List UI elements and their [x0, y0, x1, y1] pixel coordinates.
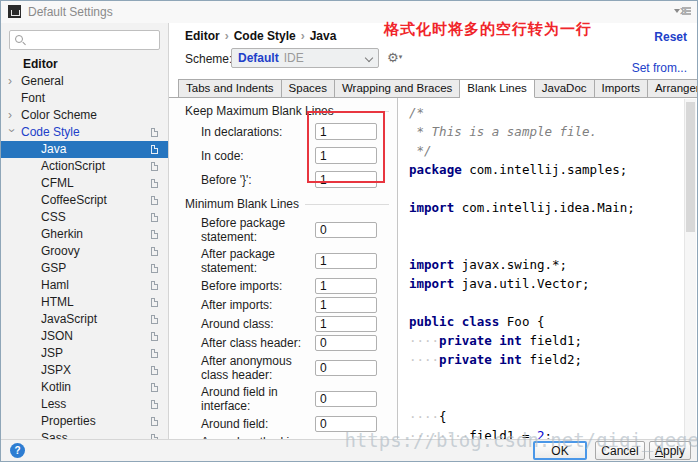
- tab-tabs-and-indents[interactable]: Tabs and Indents: [178, 79, 282, 98]
- tab-imports[interactable]: Imports: [595, 79, 648, 98]
- page-icon: [151, 349, 158, 358]
- sidebar-item-less[interactable]: Less: [1, 396, 168, 413]
- chevron-right-icon[interactable]: ›: [8, 107, 18, 124]
- dialog-footer: ? OK Cancel Apply: [1, 439, 697, 461]
- sidebar-item-json[interactable]: JSON: [1, 328, 168, 345]
- cancel-button[interactable]: Cancel: [595, 441, 645, 460]
- settings-row: After anonymous class header:: [201, 354, 389, 382]
- sidebar-item-actionscript[interactable]: ActionScript: [1, 158, 168, 175]
- settings-input-after-package-statement[interactable]: [315, 253, 377, 269]
- tab-list-icon[interactable]: [674, 6, 692, 16]
- settings-input-after-imports[interactable]: [315, 297, 377, 313]
- breadcrumb-item-code-style[interactable]: Code Style: [234, 29, 296, 43]
- settings-label: In declarations:: [201, 125, 315, 139]
- sidebar-item-cfml[interactable]: CFML: [1, 175, 168, 192]
- settings-label: After imports:: [201, 298, 315, 312]
- tab-wrapping-and-braces[interactable]: Wrapping and Braces: [335, 79, 460, 98]
- page-icon: [151, 281, 158, 290]
- title-bar: Default Settings ×: [1, 1, 697, 23]
- settings-input-after-anonymous-class-header[interactable]: [315, 360, 377, 376]
- code-style-tab-bar: Tabs and IndentsSpacesWrapping and Brace…: [169, 79, 697, 98]
- breadcrumb-item-java[interactable]: Java: [310, 29, 337, 43]
- settings-input-around-field[interactable]: [315, 416, 377, 432]
- blank-lines-settings-panel: Keep Maximum Blank LinesIn declarations:…: [169, 98, 398, 439]
- sidebar-item-groovy[interactable]: Groovy: [1, 243, 168, 260]
- page-icon: [151, 417, 158, 426]
- sidebar-item-kotlin[interactable]: Kotlin: [1, 379, 168, 396]
- sidebar-item-general[interactable]: ›General: [1, 73, 168, 90]
- settings-input-in-code[interactable]: [315, 147, 377, 164]
- sidebar-item-label: General: [21, 74, 64, 88]
- sidebar-item-gherkin[interactable]: Gherkin: [1, 226, 168, 243]
- sidebar-item-gsp[interactable]: GSP: [1, 260, 168, 277]
- code-line: ····private int field1;: [409, 331, 683, 350]
- sidebar-item-haml[interactable]: Haml: [1, 277, 168, 294]
- preview-scrollbar-thumb[interactable]: [686, 102, 695, 232]
- sidebar-item-code-style[interactable]: ›Code Style: [1, 124, 168, 141]
- settings-input-around-field-in-interface[interactable]: [315, 391, 377, 407]
- code-line: import java.util.Vector;: [409, 274, 683, 293]
- code-line: package com.intellij.samples;: [409, 160, 683, 179]
- sidebar-item-label: JSON: [41, 329, 73, 343]
- sidebar-item-properties[interactable]: Properties: [1, 413, 168, 430]
- settings-input-in-declarations[interactable]: [315, 123, 377, 140]
- sidebar-item-coffeescript[interactable]: CoffeeScript: [1, 192, 168, 209]
- settings-input-around-class[interactable]: [315, 316, 377, 332]
- tab-arrangement[interactable]: Arrangement: [648, 79, 698, 98]
- page-icon: [151, 196, 158, 205]
- page-icon: [151, 213, 158, 222]
- breadcrumb-separator: ›: [225, 29, 229, 43]
- help-button[interactable]: ?: [10, 443, 25, 458]
- gear-icon[interactable]: ⚙▾: [387, 50, 402, 65]
- page-icon: [151, 162, 158, 171]
- sidebar-item-javascript[interactable]: JavaScript: [1, 311, 168, 328]
- code-segment: /*: [409, 105, 424, 120]
- sidebar-item-color-scheme[interactable]: ›Color Scheme: [1, 107, 168, 124]
- sidebar-item-label: ActionScript: [41, 159, 105, 173]
- search-input[interactable]: [28, 32, 156, 48]
- settings-input-before-imports[interactable]: [315, 278, 377, 294]
- red-annotation-text: 格式化时将多的空行转为一行: [384, 20, 592, 39]
- code-line: /*: [409, 103, 683, 122]
- sidebar-item-jspx[interactable]: JSPX: [1, 362, 168, 379]
- tab-javadoc[interactable]: JavaDoc: [535, 79, 595, 98]
- sidebar-item-font[interactable]: Font: [1, 90, 168, 107]
- sidebar-item-html[interactable]: HTML: [1, 294, 168, 311]
- sidebar-item-sass[interactable]: Sass: [1, 430, 168, 439]
- sidebar-item-label: Sass: [41, 431, 68, 439]
- group-rows: In declarations:In code:Before '}':: [201, 123, 389, 188]
- chevron-right-icon[interactable]: ›: [8, 73, 18, 90]
- tab-spaces[interactable]: Spaces: [282, 79, 335, 98]
- sidebar-item-label: Less: [41, 397, 66, 411]
- sidebar-item-css[interactable]: CSS: [1, 209, 168, 226]
- sidebar-item-java[interactable]: Java: [1, 141, 168, 158]
- settings-input-before[interactable]: [315, 171, 377, 188]
- sidebar-item-label: Kotlin: [41, 380, 71, 394]
- settings-label: After package statement:: [201, 247, 315, 275]
- sidebar-item-jsp[interactable]: JSP: [1, 345, 168, 362]
- settings-input-before-package-statement[interactable]: [315, 222, 377, 238]
- breadcrumb-item-editor[interactable]: Editor: [185, 29, 220, 43]
- settings-input-after-class-header[interactable]: [315, 335, 377, 351]
- page-icon: [151, 332, 158, 341]
- search-box[interactable]: [9, 30, 160, 50]
- chevron-down-icon[interactable]: ›: [3, 129, 20, 139]
- cancel-button-label: Cancel: [596, 444, 644, 458]
- code-segment: com.intellij.idea.Main;: [454, 200, 635, 215]
- settings-label: After anonymous class header:: [201, 354, 315, 382]
- apply-button[interactable]: Apply: [649, 441, 691, 460]
- breadcrumb-separator: ›: [301, 29, 305, 43]
- page-icon: [151, 230, 158, 239]
- scheme-dropdown[interactable]: DefaultIDE: [231, 48, 379, 68]
- preview-scrollbar[interactable]: [684, 99, 696, 439]
- settings-tree: ›GeneralFont›Color Scheme›Code StyleJava…: [1, 73, 168, 439]
- tab-blank-lines[interactable]: Blank Lines: [460, 79, 534, 98]
- code-segment: ····: [409, 333, 439, 348]
- sidebar-item-label: JSPX: [41, 363, 71, 377]
- ok-button[interactable]: OK: [533, 441, 587, 460]
- page-icon: [151, 298, 158, 307]
- settings-row: Around field:: [201, 416, 389, 432]
- set-from-link[interactable]: Set from...: [632, 61, 687, 75]
- reset-link[interactable]: Reset: [654, 30, 687, 44]
- code-line: ····{: [409, 407, 683, 426]
